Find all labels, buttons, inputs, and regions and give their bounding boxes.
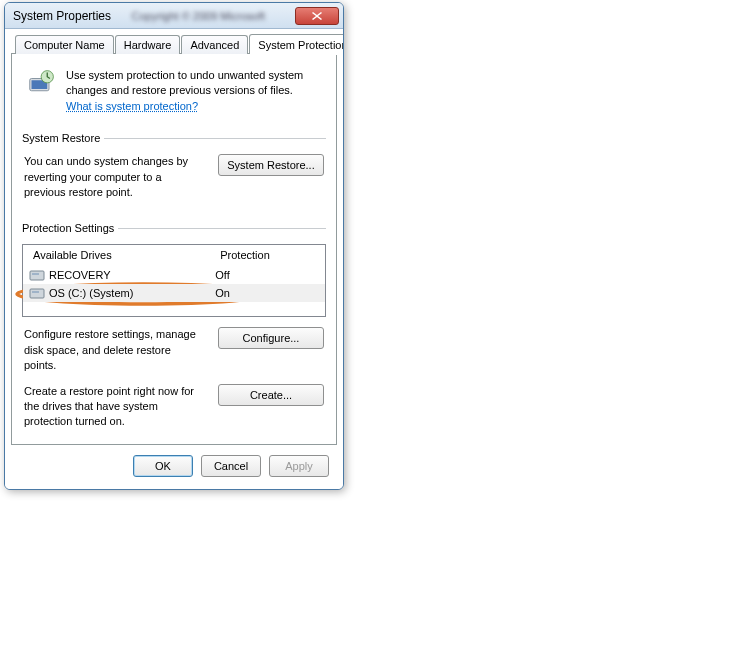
drive-protection: Off bbox=[209, 269, 321, 281]
protection-settings-group: Protection Settings Available Drives Pro… bbox=[22, 222, 326, 429]
tab-system-protection[interactable]: System Protection bbox=[249, 34, 344, 54]
tab-panel: Use system protection to undo unwanted s… bbox=[11, 53, 337, 445]
drives-body: RECOVERY Off OS (C:) (System) On bbox=[23, 266, 325, 316]
tab-advanced[interactable]: Advanced bbox=[181, 35, 248, 54]
cancel-button[interactable]: Cancel bbox=[201, 455, 261, 477]
drive-name: OS (C:) (System) bbox=[49, 287, 209, 299]
drive-protection: On bbox=[209, 287, 321, 299]
svg-rect-7 bbox=[32, 291, 39, 293]
tab-strip: Computer Name Hardware Advanced System P… bbox=[11, 35, 337, 54]
close-button[interactable] bbox=[295, 7, 339, 25]
drive-icon bbox=[29, 286, 45, 300]
intro-section: Use system protection to undo unwanted s… bbox=[22, 64, 326, 124]
tab-computer-name[interactable]: Computer Name bbox=[15, 35, 114, 54]
drives-header: Available Drives Protection bbox=[23, 245, 325, 266]
restore-desc: You can undo system changes by reverting… bbox=[24, 154, 206, 200]
col-protection[interactable]: Protection bbox=[210, 245, 325, 265]
intro-desc: Use system protection to undo unwanted s… bbox=[66, 69, 303, 96]
drive-icon bbox=[29, 268, 45, 282]
create-button[interactable]: Create... bbox=[218, 384, 324, 406]
protection-legend: Protection Settings bbox=[22, 222, 118, 234]
system-restore-button[interactable]: System Restore... bbox=[218, 154, 324, 176]
window-title: System Properties bbox=[13, 9, 132, 23]
apply-button: Apply bbox=[269, 455, 329, 477]
system-restore-legend: System Restore bbox=[22, 132, 104, 144]
titlebar[interactable]: System Properties Copyright © 2009 Micro… bbox=[5, 3, 343, 29]
what-is-link[interactable]: What is system protection? bbox=[66, 100, 198, 112]
system-protection-icon bbox=[28, 68, 56, 96]
ok-button[interactable]: OK bbox=[133, 455, 193, 477]
drive-row-os-c[interactable]: OS (C:) (System) On bbox=[23, 284, 325, 302]
configure-desc: Configure restore settings, manage disk … bbox=[24, 327, 206, 373]
close-icon bbox=[312, 12, 322, 20]
system-restore-group: System Restore You can undo system chang… bbox=[22, 132, 326, 200]
svg-rect-6 bbox=[30, 289, 44, 298]
col-available-drives[interactable]: Available Drives bbox=[23, 245, 210, 265]
system-properties-window: System Properties Copyright © 2009 Micro… bbox=[4, 2, 344, 490]
blurred-text: Copyright © 2009 Microsoft bbox=[132, 10, 265, 22]
create-desc: Create a restore point right now for the… bbox=[24, 384, 206, 430]
svg-rect-4 bbox=[30, 271, 44, 280]
drive-row-recovery[interactable]: RECOVERY Off bbox=[23, 266, 325, 284]
intro-text: Use system protection to undo unwanted s… bbox=[66, 68, 320, 114]
window-content: Computer Name Hardware Advanced System P… bbox=[5, 29, 343, 489]
configure-button[interactable]: Configure... bbox=[218, 327, 324, 349]
dialog-buttons: OK Cancel Apply bbox=[11, 445, 337, 479]
tab-hardware[interactable]: Hardware bbox=[115, 35, 181, 54]
svg-rect-5 bbox=[32, 273, 39, 275]
drives-listview[interactable]: Available Drives Protection RECOVERY Off bbox=[22, 244, 326, 317]
drive-name: RECOVERY bbox=[49, 269, 209, 281]
